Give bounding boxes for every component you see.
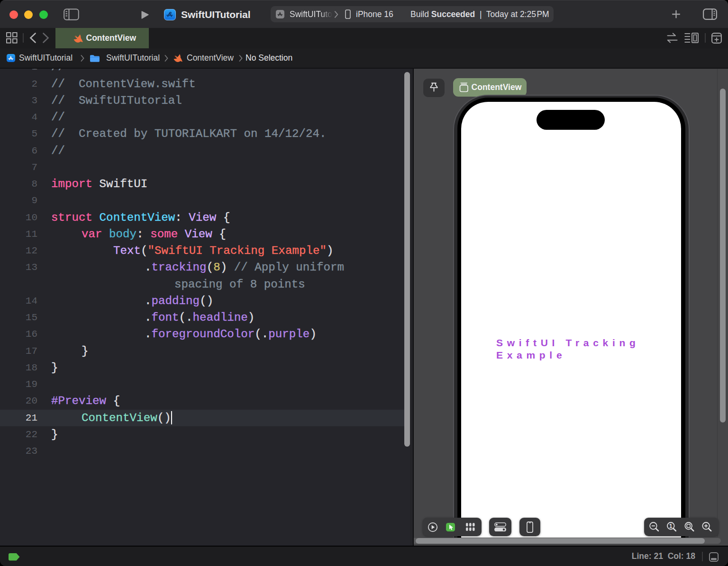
svg-text:1: 1 — [669, 523, 673, 530]
